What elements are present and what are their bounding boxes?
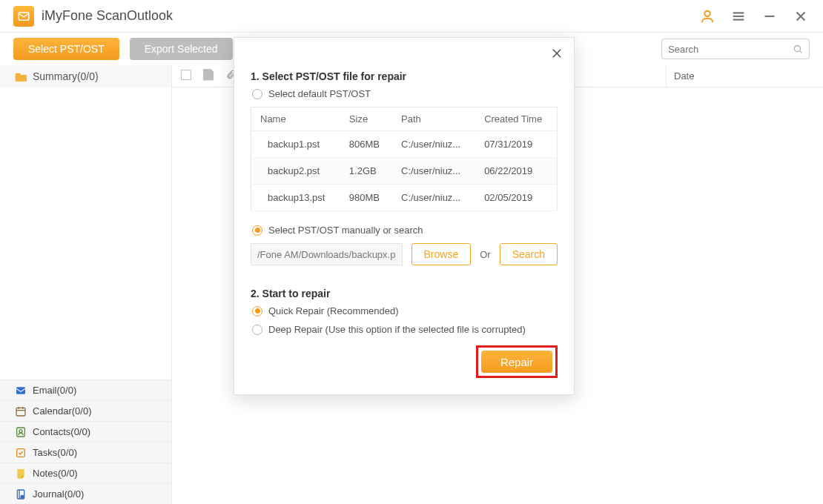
th-name[interactable]: Name xyxy=(251,107,340,131)
radio-icon xyxy=(252,325,262,335)
th-size[interactable]: Size xyxy=(340,107,392,131)
modal-backdrop: 1. Select PST/OST file for repair Select… xyxy=(0,0,823,504)
radio-icon xyxy=(252,225,262,236)
search-button[interactable]: Search xyxy=(500,243,558,265)
table-row[interactable]: backup1.pst 806MB C:/user/niuz... 07/31/… xyxy=(251,131,558,158)
manual-path-input[interactable] xyxy=(251,243,403,265)
table-row[interactable]: backup2.pst 1.2GB C:/user/niuz... 06/22/… xyxy=(251,158,558,185)
radio-label: Deep Repair (Use this option if the sele… xyxy=(268,324,526,335)
or-text: Or xyxy=(480,249,490,260)
step1-heading: 1. Select PST/OST file for repair xyxy=(251,70,558,82)
pst-file-table: Name Size Path Created Time backup1.pst … xyxy=(251,107,558,211)
radio-select-default[interactable]: Select default PST/OST xyxy=(252,88,558,99)
radio-label: Quick Repair (Recommended) xyxy=(268,305,399,316)
th-created[interactable]: Created Time xyxy=(475,107,557,131)
radio-quick-repair[interactable]: Quick Repair (Recommended) xyxy=(252,305,558,316)
radio-select-manual[interactable]: Select PST/OST manually or search xyxy=(252,225,558,236)
step2-heading: 2. Start to repair xyxy=(251,288,558,299)
radio-label: Select PST/OST manually or search xyxy=(268,225,423,236)
th-path[interactable]: Path xyxy=(392,107,475,131)
modal-close-icon[interactable] xyxy=(547,44,566,63)
repair-highlight-box: Repair xyxy=(476,345,558,378)
radio-label: Select default PST/OST xyxy=(268,88,371,99)
table-row[interactable]: backup13.pst 980MB C:/user/niuz... 02/05… xyxy=(251,185,558,211)
repair-button[interactable]: Repair xyxy=(481,351,552,373)
browse-button[interactable]: Browse xyxy=(412,243,472,265)
select-file-modal: 1. Select PST/OST file for repair Select… xyxy=(234,37,575,395)
radio-icon xyxy=(252,89,262,99)
radio-icon xyxy=(252,306,262,316)
radio-deep-repair[interactable]: Deep Repair (Use this option if the sele… xyxy=(252,324,558,335)
